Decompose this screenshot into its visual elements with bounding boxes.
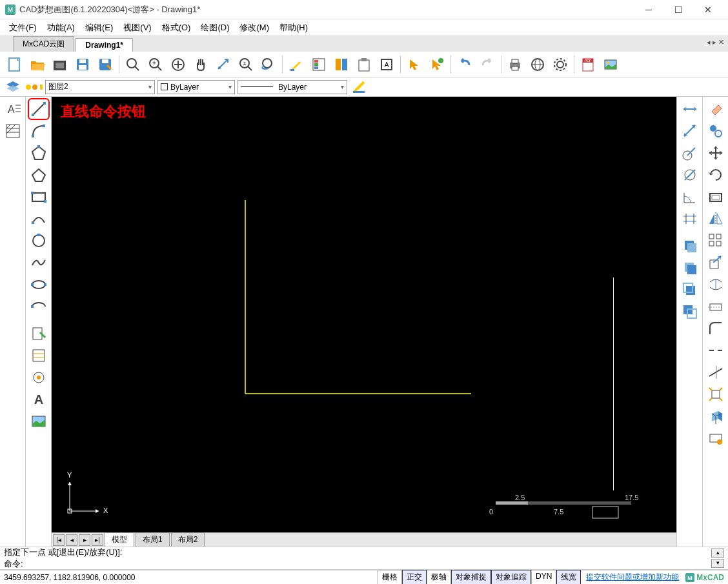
dim-continue-button[interactable] <box>679 208 701 230</box>
dim-radius-button[interactable] <box>679 142 701 164</box>
layout-tab-1[interactable]: 布局1 <box>136 532 170 547</box>
text-button[interactable]: A <box>28 388 50 410</box>
insert-block-button[interactable] <box>28 323 50 345</box>
text-style-button[interactable]: A <box>2 98 24 120</box>
dim-linear-button[interactable] <box>679 98 701 120</box>
quick-select-button[interactable] <box>426 54 448 76</box>
layout-tab-2[interactable]: 布局2 <box>171 532 205 547</box>
mode-grid[interactable]: 栅格 <box>378 570 402 584</box>
layer-states-button[interactable] <box>25 79 43 96</box>
rotate-button[interactable] <box>705 164 727 186</box>
zoom-prev-button[interactable] <box>258 54 279 76</box>
line-button[interactable] <box>28 98 50 120</box>
tab-drawing1[interactable]: Drawing1* <box>76 38 133 52</box>
dim-diameter-button[interactable] <box>679 164 701 186</box>
zoom-rotate-button[interactable] <box>212 54 234 76</box>
copy-button[interactable] <box>705 120 727 142</box>
mirror-button[interactable] <box>705 208 727 230</box>
command-area[interactable]: 指定下一点 或[退出(E)/放弃(U)]: 命令: ▴ ▾ <box>0 547 728 570</box>
pan-button[interactable] <box>190 54 212 76</box>
stretch-button[interactable] <box>705 274 727 296</box>
rectangle-button[interactable] <box>28 186 50 208</box>
trim-button[interactable] <box>705 296 727 317</box>
minimize-button[interactable]: ─ <box>634 0 663 19</box>
menu-help[interactable]: 帮助(H) <box>274 20 313 35</box>
close-button[interactable]: ✕ <box>693 0 723 19</box>
menu-modify[interactable]: 修改(M) <box>234 20 274 35</box>
extend-button[interactable] <box>705 361 727 383</box>
scale-button[interactable] <box>705 252 727 274</box>
3d-button[interactable] <box>705 405 727 427</box>
paste-button[interactable] <box>353 54 375 76</box>
point-button[interactable] <box>28 367 50 388</box>
arc-button[interactable] <box>28 120 50 142</box>
lineweight-button[interactable] <box>350 79 368 96</box>
settings-button[interactable] <box>549 54 571 76</box>
ellipse-button[interactable] <box>28 274 50 296</box>
polygon-button[interactable] <box>28 142 50 164</box>
mode-otrack[interactable]: 对象追踪 <box>491 570 531 584</box>
layer-dropdown[interactable]: 图层2 ▾ <box>45 80 155 94</box>
color-dropdown[interactable]: ByLayer ▾ <box>157 80 235 94</box>
tab-controls[interactable]: ◂ ▸ ✕ <box>707 38 724 46</box>
insert-image-button[interactable] <box>28 410 50 432</box>
match-prop-button[interactable] <box>330 54 352 76</box>
pentagon-button[interactable] <box>28 164 50 186</box>
redo-button[interactable] <box>476 54 498 76</box>
dim-angular-button[interactable] <box>679 186 701 208</box>
menu-edit[interactable]: 编辑(E) <box>80 20 118 35</box>
arc3p-button[interactable] <box>28 208 50 230</box>
menu-format[interactable]: 格式(O) <box>157 20 196 35</box>
zoom-extents-button[interactable] <box>167 54 189 76</box>
tab-nav-first[interactable]: |◂ <box>53 534 65 546</box>
layer-behind-button[interactable] <box>679 301 701 323</box>
pdf-button[interactable]: PDF <box>577 54 599 76</box>
tab-mxcad-cloud[interactable]: MxCAD云图 <box>13 36 74 52</box>
cmd-scroll-down[interactable]: ▾ <box>711 559 724 568</box>
menu-file[interactable]: 文件(F) <box>4 20 42 35</box>
spline-button[interactable] <box>28 252 50 274</box>
mode-ortho[interactable]: 正交 <box>402 570 427 584</box>
mode-osnap[interactable]: 对象捕捉 <box>451 570 491 584</box>
tab-nav-last[interactable]: ▸| <box>92 534 103 546</box>
break-button[interactable] <box>705 339 727 361</box>
explode-button[interactable] <box>705 383 727 405</box>
mode-dyn[interactable]: DYN <box>531 570 556 584</box>
zoom-realtime-button[interactable]: ± <box>235 54 257 76</box>
menu-function[interactable]: 功能(A) <box>42 20 80 35</box>
array-button[interactable] <box>705 230 727 252</box>
open-folder-button[interactable] <box>49 54 71 76</box>
feedback-link[interactable]: 提交软件问题或增加新功能 <box>586 572 679 583</box>
drawing-canvas[interactable]: 直线命令按钮 X Y 2.5 17.5 <box>52 97 676 532</box>
tab-nav-prev[interactable]: ◂ <box>66 534 77 546</box>
cmd-scroll-up[interactable]: ▴ <box>711 549 724 558</box>
highlight-button[interactable] <box>285 54 307 76</box>
open-button[interactable] <box>26 54 48 76</box>
dim-aligned-button[interactable] <box>679 120 701 142</box>
image-button[interactable] <box>600 54 622 76</box>
block-button[interactable]: A <box>376 54 398 76</box>
layout-tab-model[interactable]: 模型 <box>105 532 134 547</box>
erase-button[interactable] <box>705 98 727 120</box>
web-button[interactable] <box>527 54 549 76</box>
hatch-button[interactable] <box>28 345 50 367</box>
print-button[interactable] <box>504 54 526 76</box>
region-button[interactable] <box>705 427 727 449</box>
layer-manager-button[interactable] <box>4 79 22 96</box>
save-button[interactable] <box>72 54 94 76</box>
layer-add-button[interactable] <box>679 235 701 257</box>
fillet-button[interactable] <box>705 317 727 339</box>
zoom-window-button[interactable] <box>122 54 144 76</box>
layer-front-button[interactable] <box>679 257 701 279</box>
maximize-button[interactable]: ☐ <box>663 0 693 19</box>
mode-lwt[interactable]: 线宽 <box>556 570 581 584</box>
circle-button[interactable] <box>28 230 50 252</box>
ellipse-arc-button[interactable] <box>28 296 50 317</box>
new-button[interactable] <box>4 54 26 76</box>
mode-polar[interactable]: 极轴 <box>427 570 451 584</box>
undo-button[interactable] <box>454 54 476 76</box>
select-button[interactable] <box>403 54 425 76</box>
menu-view[interactable]: 视图(V) <box>118 20 156 35</box>
layer-back-button[interactable] <box>679 279 701 301</box>
menu-draw[interactable]: 绘图(D) <box>196 20 234 35</box>
